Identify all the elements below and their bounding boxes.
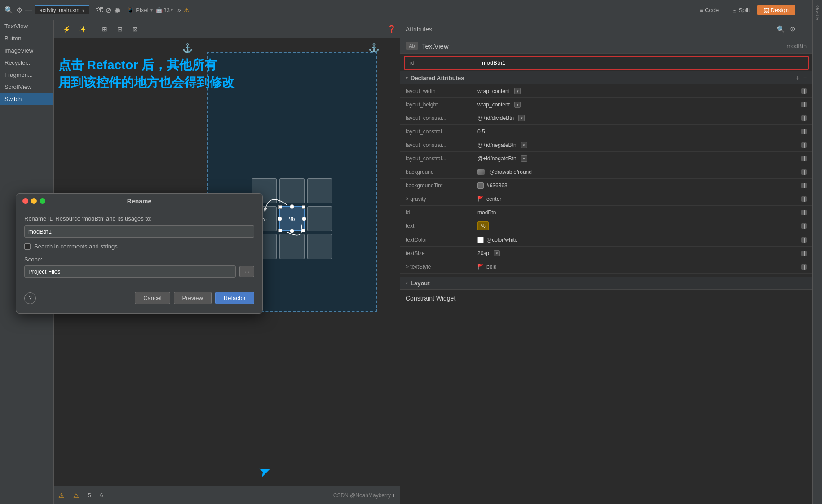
reset-text-size[interactable]: ▐: [801, 251, 807, 256]
attr-key-text: text: [406, 223, 477, 229]
add-attr-button[interactable]: +: [796, 74, 800, 81]
rename-input[interactable]: [24, 225, 254, 238]
tab-design[interactable]: 🖼 Design: [757, 5, 795, 15]
reset-layout-height[interactable]: ▐: [801, 102, 807, 107]
reset-constraint-3[interactable]: ▐: [801, 142, 807, 148]
attr-val-constraint-1[interactable]: @+id/divideBtn ▾: [477, 115, 800, 121]
reset-text-style[interactable]: ▐: [801, 264, 807, 270]
dropdown-layout-height[interactable]: ▾: [514, 102, 521, 108]
device-selector[interactable]: 📱 Pixel ▾: [127, 7, 152, 13]
file-tab-main[interactable]: activity_main.xml ▾: [35, 5, 89, 14]
attr-val-constraint-4[interactable]: @+id/negateBtn ▾: [477, 155, 800, 162]
color-swatch-tint[interactable]: [477, 182, 484, 189]
search-comments-checkbox[interactable]: [24, 243, 31, 250]
dropdown-constraint-1[interactable]: ▾: [518, 115, 525, 121]
align-icon-2[interactable]: ⊟: [114, 23, 126, 35]
search-icon[interactable]: 🔍: [4, 6, 13, 14]
palette-fragment[interactable]: Fragmen...: [0, 69, 53, 81]
tool-icon-2[interactable]: ⊘: [106, 6, 111, 14]
attr-val-text-size[interactable]: 20sp ▾: [477, 250, 800, 256]
palette-imageview[interactable]: ImageView: [0, 44, 53, 57]
cancel-button[interactable]: Cancel: [135, 292, 170, 304]
dropdown-constraint-3[interactable]: ▾: [521, 142, 527, 148]
reset-text[interactable]: ▐: [801, 223, 807, 229]
help-circle-icon[interactable]: ❓: [387, 25, 396, 33]
close-dot[interactable]: [22, 198, 28, 204]
dialog-title: Rename: [127, 198, 151, 205]
attr-val-layout-height[interactable]: wrap_content ▾: [477, 102, 800, 108]
tab-code[interactable]: ≡ Code: [694, 5, 725, 15]
attr-val-background[interactable]: @drawable/round_: [477, 169, 800, 175]
align-icon-3[interactable]: ⊠: [129, 23, 141, 35]
declared-attrs-section[interactable]: ▾ Declared Attributes + −: [400, 71, 812, 84]
reset-background-tint[interactable]: ▐: [801, 183, 807, 188]
settings-icon[interactable]: ⚙: [16, 6, 22, 14]
gradle-tab[interactable]: Gradle: [815, 5, 820, 20]
palette-button[interactable]: Button: [0, 32, 53, 44]
attr-val-layout-width[interactable]: wrap_content ▾: [477, 88, 800, 94]
dropdown-text-size[interactable]: ▾: [494, 250, 500, 256]
palette-scrollview[interactable]: ScrollView: [0, 81, 53, 93]
attr-key-constraint-3: layout_constrai...: [406, 142, 477, 148]
layout-section[interactable]: ▾ Layout: [400, 277, 812, 290]
bottom-orange-btn[interactable]: +: [392, 492, 395, 499]
attr-val-constraint-2[interactable]: 0.5: [477, 128, 800, 135]
magic-icon[interactable]: ✨: [76, 23, 88, 35]
chevron-declared-icon: ▾: [406, 75, 408, 80]
attr-val-constraint-3[interactable]: @+id/negateBtn ▾: [477, 142, 800, 148]
tab-split[interactable]: ⊟ Split: [726, 5, 756, 15]
scope-more-button[interactable]: ···: [239, 266, 254, 277]
toolbar-separator-2: [93, 24, 93, 34]
maximize-dot[interactable]: [40, 198, 45, 204]
minimize-icon[interactable]: —: [25, 6, 32, 14]
close-attrs-icon[interactable]: —: [800, 25, 807, 33]
attr-row-constraint-2: layout_constrai... 0.5 ▐: [400, 125, 812, 138]
reset-constraint-1[interactable]: ▐: [801, 115, 807, 121]
file-tab-name: activity_main.xml: [40, 7, 80, 13]
component-type-name: TextView: [422, 42, 787, 50]
palette-switch[interactable]: Switch: [0, 93, 53, 105]
attr-val-background-tint[interactable]: #636363: [477, 182, 800, 189]
reset-layout-width[interactable]: ▐: [801, 88, 807, 94]
palette-recyclerview[interactable]: Recycler...: [0, 57, 53, 69]
constraint-icon[interactable]: ⚡: [61, 23, 72, 35]
settings-attrs-icon[interactable]: ⚙: [790, 25, 795, 33]
attr-val-text[interactable]: %: [477, 221, 800, 230]
attr-row-gravity: > gravity 🚩 center ▐: [400, 192, 812, 206]
minimize-dot[interactable]: [31, 198, 37, 204]
attr-row-layout-width: layout_width wrap_content ▾ ▐: [400, 84, 812, 98]
attr-val-text-color[interactable]: @color/white: [477, 237, 800, 243]
attr-val-gravity[interactable]: 🚩 center: [477, 196, 800, 202]
scope-select[interactable]: Project FilesModule FilesAll Places: [24, 265, 236, 278]
scope-label: Scope:: [24, 256, 254, 263]
help-button[interactable]: ?: [24, 292, 36, 304]
color-swatch-text[interactable]: [477, 237, 484, 243]
reset-id[interactable]: ▐: [801, 210, 807, 215]
more-icon[interactable]: »: [177, 6, 181, 13]
tool-icon-3[interactable]: ◉: [114, 6, 120, 14]
remove-attr-button[interactable]: −: [803, 74, 807, 81]
attr-val-id[interactable]: modBtn: [477, 209, 800, 216]
tool-icon-1[interactable]: 🗺: [96, 6, 103, 14]
reset-gravity[interactable]: ▐: [801, 196, 807, 202]
refactor-button[interactable]: Refactor: [215, 292, 254, 304]
dropdown-constraint-4[interactable]: ▾: [521, 155, 527, 162]
constraint-widget-section: Constraint Widget: [400, 290, 812, 306]
reset-text-color[interactable]: ▐: [801, 237, 807, 243]
attr-val-text-style[interactable]: 🚩 bold: [477, 264, 800, 270]
dropdown-layout-width[interactable]: ▾: [514, 88, 521, 94]
reset-constraint-2[interactable]: ▐: [801, 129, 807, 134]
api-selector[interactable]: 🤖 33 ▾: [155, 7, 173, 13]
attr-row-text-style: > textStyle 🚩 bold ▐: [400, 260, 812, 274]
align-icon-1[interactable]: ⊞: [99, 23, 110, 35]
id-attr-value[interactable]: modBtn1: [482, 59, 802, 66]
search-attrs-icon[interactable]: 🔍: [777, 25, 785, 33]
preview-button[interactable]: Preview: [174, 292, 212, 304]
reset-background[interactable]: ▐: [801, 169, 807, 175]
constraint-widget-label: Constraint Widget: [406, 295, 455, 302]
reset-constraint-4[interactable]: ▐: [801, 156, 807, 161]
attr-key-background-tint: backgroundTint: [406, 182, 477, 189]
rename-dialog: Rename Rename ID Resource 'modBtn' and i…: [16, 193, 263, 314]
text-value-highlighted[interactable]: %: [477, 221, 489, 230]
palette-textview[interactable]: TextView: [0, 20, 53, 32]
